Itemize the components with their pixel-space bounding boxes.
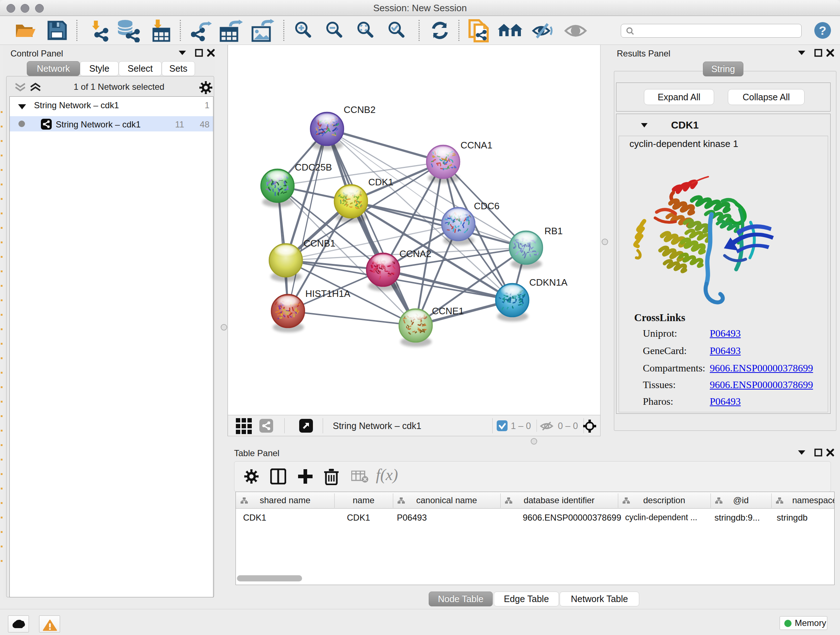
svg-text:CCNA2: CCNA2 bbox=[399, 249, 431, 259]
svg-text:RB1: RB1 bbox=[545, 226, 563, 236]
svg-text:CDK1: CDK1 bbox=[368, 177, 393, 187]
svg-text:CCNB1: CCNB1 bbox=[303, 238, 335, 249]
svg-text:CCNE1: CCNE1 bbox=[432, 306, 464, 317]
svg-text:CCNA1: CCNA1 bbox=[461, 140, 493, 150]
svg-text:HIST1H1A: HIST1H1A bbox=[305, 288, 351, 299]
svg-text:CCNB2: CCNB2 bbox=[344, 104, 376, 115]
svg-text:CDC25B: CDC25B bbox=[295, 162, 332, 173]
svg-text:CDC6: CDC6 bbox=[474, 201, 500, 211]
svg-text:?: ? bbox=[819, 24, 827, 37]
svg-text:CDKN1A: CDKN1A bbox=[529, 277, 568, 288]
